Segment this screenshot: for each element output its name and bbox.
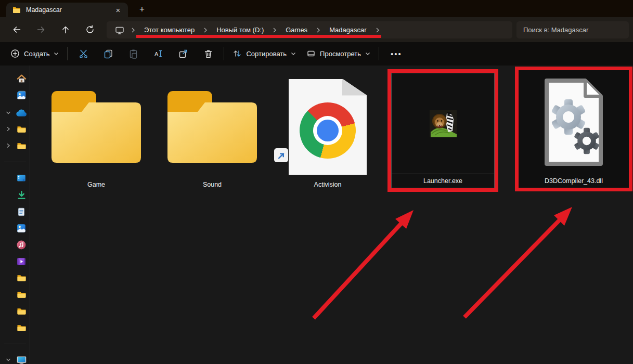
create-label: Создать [24,50,49,58]
breadcrumb-chevron-icon [269,27,280,33]
sidebar-item-music[interactable] [16,239,27,251]
up-button[interactable] [55,20,76,39]
downloads-icon [17,190,27,200]
sidebar-item-pinned-folder-2[interactable] [16,289,27,301]
refresh-button[interactable] [80,20,100,39]
share-button[interactable] [171,44,196,63]
trash-icon [203,49,213,59]
sidebar-item-this-pc[interactable] [16,354,27,364]
sidebar-item-home[interactable] [16,73,27,84]
home-icon [17,74,27,84]
breadcrumb-chevron-icon [372,27,383,33]
sort-arrows-icon [232,49,242,58]
tab-close-button[interactable]: × [112,4,124,16]
paste-icon [128,49,138,59]
file-tile-launcher[interactable]: Launcher.exe [391,73,495,188]
chevron-down-icon[interactable] [5,356,12,363]
back-button[interactable] [6,20,27,39]
page-fold [342,79,367,96]
music-icon [16,240,27,250]
breadcrumb-chevron-icon [127,27,139,33]
shortcut-arrow-icon [274,148,288,162]
sidebar-item-videos[interactable] [16,256,27,267]
create-button[interactable]: Создать [5,45,64,62]
cut-button[interactable] [71,44,96,63]
annotation-underline-breadcrumb [136,35,381,38]
paste-button[interactable] [121,44,146,63]
toolbar-divider [379,47,379,60]
computer-monitor-icon[interactable] [110,25,127,35]
file-name: D3DCompiler_43.dll [545,177,603,185]
file-name: Game [87,181,105,193]
sidebar-item-gallery[interactable] [16,89,27,101]
file-explorer-window: Madagascar × + [0,0,633,364]
up-arrow-icon [61,25,70,34]
sidebar-item-folder-2[interactable] [16,140,27,152]
sidebar-item-downloads[interactable] [16,189,27,201]
refresh-icon [85,25,95,34]
pictures-icon [16,223,27,233]
folder-icon [165,88,260,166]
sidebar-item-pinned-folder-3[interactable] [16,306,27,317]
folder-icon [17,307,27,316]
copy-icon [104,49,113,59]
desktop-icon [16,173,27,184]
annotation-box-launcher: Launcher.exe [387,69,498,192]
explorer-tab[interactable]: Madagascar × [6,3,128,17]
sort-label: Сортировать [246,50,287,58]
view-icon [306,49,316,58]
plus-circle-icon [10,49,20,58]
chevron-right-icon[interactable] [5,125,12,133]
folder-icon [17,125,27,134]
file-tile-game[interactable]: Game [47,73,146,193]
copy-button[interactable] [96,44,121,63]
svg-text:A: A [154,50,159,57]
sidebar-item-pinned-folder-1[interactable] [16,272,27,284]
sort-button[interactable]: Сортировать [227,45,301,62]
sidebar-divider [4,162,26,162]
rename-icon: A [153,49,163,59]
file-name: Launcher.exe [423,177,462,185]
sidebar-item-desktop[interactable] [16,173,27,184]
title-bar: Madagascar × + [0,0,633,17]
sidebar-item-pinned-folder-4[interactable] [16,322,27,334]
chevron-down-icon [291,52,296,56]
sidebar-item-folder-1[interactable] [16,124,27,135]
sidebar-item-documents[interactable] [16,206,27,217]
view-label: Просмотреть [320,50,361,58]
more-options-button[interactable]: ••• [382,49,410,58]
view-button[interactable]: Просмотреть [301,45,376,62]
chevron-right-icon[interactable] [5,142,12,149]
share-icon [178,49,188,59]
file-list-area: Game Sound [31,66,633,364]
sidebar-item-onedrive[interactable] [16,107,27,119]
rename-button[interactable]: A [146,44,171,63]
annotation-box-dll: D3DCompiler_43.dll [515,67,632,191]
delete-button[interactable] [196,44,221,63]
chevron-down-icon[interactable] [5,109,12,116]
folder-icon [17,142,27,150]
cut-icon [79,49,88,59]
toolbar-divider [67,47,68,60]
folder-icon [17,291,27,299]
chevron-down-icon [365,52,370,56]
folder-icon [17,324,27,332]
folder-icon [17,274,27,282]
sidebar-divider [4,344,26,344]
this-pc-icon [16,355,27,364]
breadcrumb-chevron-icon [200,27,211,33]
search-input[interactable]: Поиск в: Madagascar [516,21,629,38]
new-tab-button[interactable]: + [135,3,149,16]
forward-button[interactable] [31,20,51,39]
file-tile-activision[interactable]: Activision [278,73,377,193]
back-arrow-icon [12,25,21,34]
folder-icon [12,6,21,14]
file-tile-sound[interactable]: Sound [163,73,262,193]
navigation-bar: Этот компьютер Новый том (D:) Games Mada… [0,17,633,42]
toolbar-divider [224,47,224,60]
breadcrumb-chevron-icon [313,27,324,33]
folder-icon [49,88,144,166]
onedrive-icon [16,109,27,117]
sidebar-item-pictures[interactable] [16,223,27,234]
file-tile-dll[interactable]: D3DCompiler_43.dll [519,70,629,188]
